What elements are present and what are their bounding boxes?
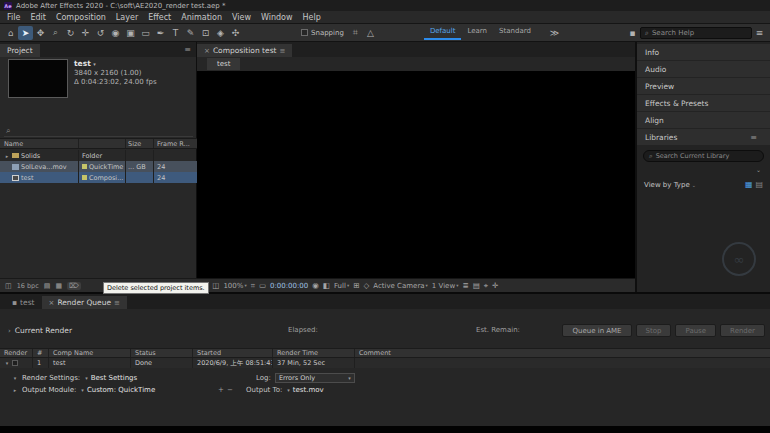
- menu-window[interactable]: Window: [256, 13, 298, 22]
- dolly-camera-tool-icon[interactable]: ↺: [93, 26, 108, 40]
- puppet-tool-icon[interactable]: ✣: [228, 26, 243, 40]
- libraries-panel-menu-icon[interactable]: ≡: [745, 133, 762, 142]
- close-icon[interactable]: ×: [204, 47, 210, 55]
- remove-output-module-icon[interactable]: −: [227, 386, 233, 394]
- menu-file[interactable]: File: [2, 13, 25, 22]
- chevron-down-icon[interactable]: ⌄: [756, 166, 761, 173]
- interpret-footage-icon[interactable]: ◫: [5, 282, 12, 290]
- label-color-chip[interactable]: [82, 175, 87, 180]
- list-view-icon[interactable]: ▤: [755, 180, 763, 189]
- render-button[interactable]: Render: [720, 324, 765, 337]
- menu-help[interactable]: Help: [298, 13, 326, 22]
- tab-timeline-test[interactable]: ▪ test: [5, 296, 42, 309]
- popup-arrow-icon[interactable]: ▾: [287, 387, 290, 393]
- mask-visibility-icon[interactable]: ◫: [212, 281, 219, 290]
- panel-header-audio[interactable]: Audio: [637, 61, 770, 77]
- panel-header-libraries[interactable]: Libraries ≡: [637, 129, 770, 145]
- snapshot-icon[interactable]: ◉: [312, 281, 319, 290]
- eraser-tool-icon[interactable]: ◈: [213, 26, 228, 40]
- view-layout-menu[interactable]: 1 View ▾: [432, 282, 459, 290]
- item-name[interactable]: SolLeva...mov: [21, 163, 67, 171]
- column-comp-name[interactable]: Comp Name: [48, 349, 130, 357]
- flowchart-icon[interactable]: ⌖: [484, 281, 488, 291]
- menu-layer[interactable]: Layer: [111, 13, 143, 22]
- home-icon[interactable]: ⌂: [3, 26, 18, 40]
- project-row-footage[interactable]: SolLeva...mov QuickTime ... GB 24: [0, 161, 197, 172]
- new-composition-icon[interactable]: ▦: [55, 282, 62, 290]
- tab-composition-label[interactable]: Composition test: [213, 46, 277, 55]
- grid-view-icon[interactable]: ▦: [745, 180, 753, 189]
- orbit-camera-tool-icon[interactable]: ↻: [63, 26, 78, 40]
- item-name[interactable]: Solids: [21, 152, 40, 160]
- selection-tool-icon[interactable]: ➤: [18, 26, 33, 40]
- close-icon[interactable]: ×: [49, 299, 55, 307]
- clone-stamp-tool-icon[interactable]: ⊡: [198, 26, 213, 40]
- pen-tool-icon[interactable]: ✒: [153, 26, 168, 40]
- item-comp-name[interactable]: test: [48, 358, 130, 368]
- workspace-tab-learn[interactable]: Learn: [461, 25, 493, 40]
- tab-timeline-label[interactable]: test: [20, 298, 34, 307]
- workspace-overflow-icon[interactable]: ≫: [547, 26, 562, 40]
- workspace-tab-default[interactable]: Default: [424, 25, 462, 40]
- active-camera-menu[interactable]: Active Camera ▾: [373, 282, 428, 290]
- timeline-button-icon[interactable]: ▤: [473, 281, 480, 290]
- shape-tool-icon[interactable]: ▭: [138, 26, 153, 40]
- column-render[interactable]: Render: [0, 349, 32, 357]
- magnification-menu[interactable]: 100% ▾: [223, 282, 246, 290]
- toolbar-panel-menu-icon[interactable]: ≡: [752, 26, 767, 40]
- column-status[interactable]: Status: [130, 349, 192, 357]
- project-comp-name[interactable]: test: [74, 59, 91, 68]
- resolution-menu[interactable]: Full ▾: [334, 282, 349, 290]
- viewer-tab-test[interactable]: test: [207, 58, 240, 70]
- panel-header-info[interactable]: Info: [637, 44, 770, 60]
- grid-guides-icon[interactable]: ⌗: [251, 281, 255, 291]
- render-queue-item-row[interactable]: ▾ 1 test Done 2020/6/9, 上午 08:51:43 37 M…: [0, 358, 770, 368]
- project-row-comp[interactable]: test Composi... 24: [0, 172, 197, 183]
- column-frame-rate[interactable]: Frame R...: [153, 139, 195, 148]
- twirl-open-icon[interactable]: ▾: [4, 360, 10, 366]
- column-render-time[interactable]: Render Time: [272, 349, 354, 357]
- add-output-module-icon[interactable]: +: [218, 386, 224, 394]
- panel-header-preview[interactable]: Preview: [637, 78, 770, 94]
- menu-effect[interactable]: Effect: [143, 13, 176, 22]
- libraries-search-field[interactable]: ⌕ Search Current Library: [643, 150, 764, 162]
- menu-composition[interactable]: Composition: [51, 13, 111, 22]
- rotation-tool-icon[interactable]: ◉: [108, 26, 123, 40]
- pixel-aspect-icon[interactable]: ◇: [363, 281, 369, 290]
- log-dropdown[interactable]: Errors Only ▾: [275, 373, 355, 383]
- tab-render-queue-label[interactable]: Render Queue: [57, 298, 111, 307]
- menu-animation[interactable]: Animation: [176, 13, 227, 22]
- label-color-chip[interactable]: [82, 164, 87, 169]
- output-module-value[interactable]: Custom: QuickTime: [87, 386, 155, 394]
- render-queue-panel-menu-icon[interactable]: ≡: [114, 299, 120, 307]
- hand-tool-icon[interactable]: ✥: [33, 26, 48, 40]
- type-tool-icon[interactable]: T: [168, 26, 183, 40]
- tab-project[interactable]: Project: [0, 44, 40, 57]
- composition-viewport[interactable]: [197, 71, 635, 278]
- render-checkbox[interactable]: [12, 360, 18, 366]
- pan-camera-tool-icon[interactable]: ✛: [78, 26, 93, 40]
- panel-header-effects-presets[interactable]: Effects & Presets: [637, 95, 770, 111]
- snap-option-icon[interactable]: ⌗: [348, 26, 363, 40]
- composition-panel-menu-icon[interactable]: ≡: [280, 47, 286, 55]
- new-folder-icon[interactable]: ▤: [44, 282, 51, 290]
- view-by-type-menu[interactable]: View by Type: [644, 181, 690, 189]
- queue-in-ame-button[interactable]: Queue in AME: [562, 324, 631, 337]
- pan-behind-tool-icon[interactable]: ▣: [123, 26, 138, 40]
- show-channel-icon[interactable]: ◧: [323, 281, 330, 290]
- menu-edit[interactable]: Edit: [25, 13, 51, 22]
- region-of-interest-icon[interactable]: ▭: [259, 281, 266, 290]
- search-help-box[interactable]: ⌕ Search Help: [640, 27, 752, 39]
- transparency-grid-icon[interactable]: ⊞: [353, 281, 359, 290]
- project-row-solids[interactable]: ▸ Solids Folder: [0, 150, 197, 161]
- project-search-field[interactable]: ⌕: [4, 125, 193, 137]
- column-type[interactable]: [78, 139, 125, 148]
- twirl-icon[interactable]: ▸: [4, 153, 10, 159]
- delete-item-icon[interactable]: ⌦: [67, 282, 81, 290]
- column-started[interactable]: Started: [192, 349, 272, 357]
- column-number[interactable]: #: [32, 349, 48, 357]
- column-name[interactable]: Name: [0, 139, 78, 148]
- project-panel-menu-icon[interactable]: ≡: [179, 45, 196, 54]
- twirl-closed-icon[interactable]: ▸: [12, 387, 18, 393]
- zoom-tool-icon[interactable]: ⌕: [48, 26, 63, 40]
